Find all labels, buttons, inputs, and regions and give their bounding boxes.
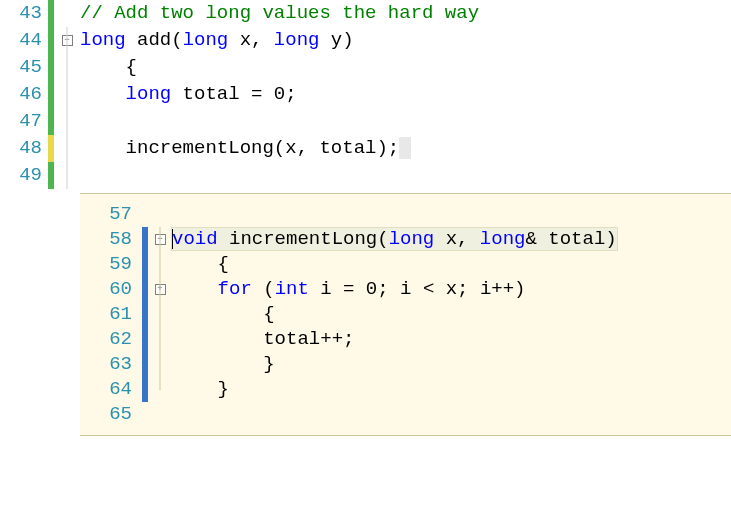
line-number: 60 xyxy=(80,277,142,302)
fold-gutter xyxy=(54,81,80,108)
code-line[interactable]: 48 incrementLong(x, total); xyxy=(0,135,731,162)
fold-gutter xyxy=(148,252,172,277)
line-number: 45 xyxy=(0,54,48,81)
code-line[interactable]: 47 xyxy=(0,108,731,135)
code-text[interactable]: { xyxy=(80,54,731,81)
code-text[interactable]: } xyxy=(172,352,731,377)
code-line[interactable]: 61 { xyxy=(80,302,731,327)
fold-gutter xyxy=(148,302,172,327)
fold-gutter xyxy=(148,202,172,227)
line-number: 43 xyxy=(0,0,48,27)
fold-gutter: − xyxy=(148,227,172,252)
code-text[interactable] xyxy=(172,202,731,227)
line-number: 63 xyxy=(80,352,142,377)
code-text[interactable] xyxy=(172,402,731,427)
line-number: 62 xyxy=(80,327,142,352)
code-text[interactable]: incrementLong(x, total); xyxy=(80,135,731,162)
code-editor[interactable]: 43// Add two long values the hard way44−… xyxy=(0,0,731,436)
fold-gutter xyxy=(54,135,80,162)
line-number: 44 xyxy=(0,27,48,54)
code-text[interactable]: // Add two long values the hard way xyxy=(80,0,731,27)
fold-gutter xyxy=(54,162,80,189)
code-line[interactable]: 57 xyxy=(80,202,731,227)
code-line[interactable]: 46 long total = 0; xyxy=(0,81,731,108)
line-number: 46 xyxy=(0,81,48,108)
code-text[interactable]: { xyxy=(172,302,731,327)
code-text[interactable] xyxy=(80,108,731,135)
code-text[interactable]: long total = 0; xyxy=(80,81,731,108)
fold-gutter xyxy=(54,108,80,135)
code-text[interactable]: for (int i = 0; i < x; i++) xyxy=(172,277,731,302)
code-text[interactable]: void incrementLong(long x, long& total) xyxy=(172,227,731,252)
line-number: 48 xyxy=(0,135,48,162)
fold-gutter xyxy=(54,54,80,81)
code-text[interactable]: { xyxy=(172,252,731,277)
fold-gutter: − xyxy=(54,27,80,54)
fold-gutter xyxy=(148,352,172,377)
code-line[interactable]: 59 { xyxy=(80,252,731,277)
code-line[interactable]: 65 xyxy=(80,402,731,427)
line-number: 65 xyxy=(80,402,142,427)
fold-gutter xyxy=(54,0,80,27)
code-line[interactable]: 44−long add(long x, long y) xyxy=(0,27,731,54)
line-number: 59 xyxy=(80,252,142,277)
code-line[interactable]: 64 } xyxy=(80,377,731,402)
peek-definition-panel[interactable]: 5758−void incrementLong(long x, long& to… xyxy=(80,193,731,436)
fold-gutter xyxy=(148,377,172,402)
code-line[interactable]: 45 { xyxy=(0,54,731,81)
code-text[interactable]: long add(long x, long y) xyxy=(80,27,731,54)
line-number: 58 xyxy=(80,227,142,252)
line-number: 49 xyxy=(0,162,48,189)
code-line[interactable]: 63 } xyxy=(80,352,731,377)
code-line[interactable]: 43// Add two long values the hard way xyxy=(0,0,731,27)
code-line[interactable]: 49 xyxy=(0,162,731,189)
code-text[interactable]: total++; xyxy=(172,327,731,352)
line-number: 47 xyxy=(0,108,48,135)
line-number: 57 xyxy=(80,202,142,227)
line-number: 61 xyxy=(80,302,142,327)
fold-gutter xyxy=(148,402,172,427)
fold-gutter: + xyxy=(148,277,172,302)
code-text[interactable] xyxy=(80,162,731,189)
code-line[interactable]: 58−void incrementLong(long x, long& tota… xyxy=(80,227,731,252)
code-text[interactable]: } xyxy=(172,377,731,402)
code-line[interactable]: 62 total++; xyxy=(80,327,731,352)
line-number: 64 xyxy=(80,377,142,402)
code-line[interactable]: 60+ for (int i = 0; i < x; i++) xyxy=(80,277,731,302)
fold-gutter xyxy=(148,327,172,352)
